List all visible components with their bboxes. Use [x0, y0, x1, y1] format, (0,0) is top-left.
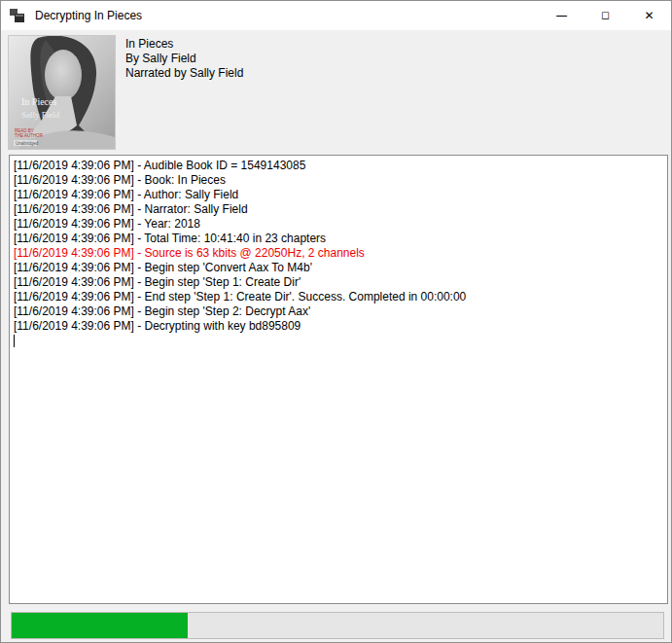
maximize-icon: ◻: [601, 10, 610, 20]
book-narrator: Narrated by Sally Field: [125, 66, 243, 81]
log-line: [11/6/2019 4:39:06 PM] - End step 'Step …: [14, 290, 667, 304]
app-window: Decrypting In Pieces — ◻ ✕: [0, 0, 672, 643]
cover-author: Sally Field: [21, 110, 60, 120]
caret-line: [14, 334, 667, 348]
log-line: [11/6/2019 4:39:06 PM] - Begin step 'Ste…: [14, 275, 667, 290]
minimize-button[interactable]: —: [540, 1, 584, 30]
cover-edition: Unabridged: [16, 141, 39, 146]
log-line: [11/6/2019 4:39:06 PM] - Begin step 'Con…: [14, 261, 667, 275]
progress-fill: [12, 613, 188, 638]
log-lines: [11/6/2019 4:39:06 PM] - Audible Book ID…: [14, 159, 667, 334]
log-line: [11/6/2019 4:39:06 PM] - Total Time: 10:…: [14, 232, 667, 246]
minimize-icon: —: [556, 10, 568, 21]
log-line: [11/6/2019 4:39:06 PM] - Narrator: Sally…: [14, 202, 667, 217]
maximize-button[interactable]: ◻: [584, 1, 627, 30]
window-controls: — ◻ ✕: [540, 1, 671, 30]
book-info: In Pieces By Sally Field Narrated by Sal…: [125, 37, 243, 81]
close-button[interactable]: ✕: [627, 1, 671, 30]
book-title: In Pieces: [125, 37, 243, 52]
log-textbox[interactable]: [11/6/2019 4:39:06 PM] - Audible Book ID…: [9, 155, 668, 604]
book-cover-image: In Pieces Sally Field READ BY THE AUTHOR…: [9, 36, 115, 149]
log-line: [11/6/2019 4:39:06 PM] - Decrypting with…: [14, 319, 667, 334]
progress-bar: [11, 612, 664, 639]
book-author: By Sally Field: [125, 52, 243, 66]
log-line: [11/6/2019 4:39:06 PM] - Year: 2018: [14, 217, 667, 232]
log-line: [11/6/2019 4:39:06 PM] - Source is 63 kb…: [14, 246, 667, 261]
app-icon: [10, 8, 25, 23]
titlebar[interactable]: Decrypting In Pieces — ◻ ✕: [1, 1, 671, 30]
cover-readby-line2: THE AUTHOR: [15, 133, 44, 138]
cover-title: In Pieces: [21, 96, 56, 107]
log-line: [11/6/2019 4:39:06 PM] - Audible Book ID…: [14, 159, 667, 173]
text-caret: [14, 335, 15, 347]
window-title: Decrypting In Pieces: [35, 9, 142, 22]
log-line: [11/6/2019 4:39:06 PM] - Book: In Pieces: [14, 173, 667, 188]
close-icon: ✕: [644, 10, 654, 21]
log-line: [11/6/2019 4:39:06 PM] - Author: Sally F…: [14, 188, 667, 202]
log-line: [11/6/2019 4:39:06 PM] - Begin step 'Ste…: [14, 304, 667, 319]
